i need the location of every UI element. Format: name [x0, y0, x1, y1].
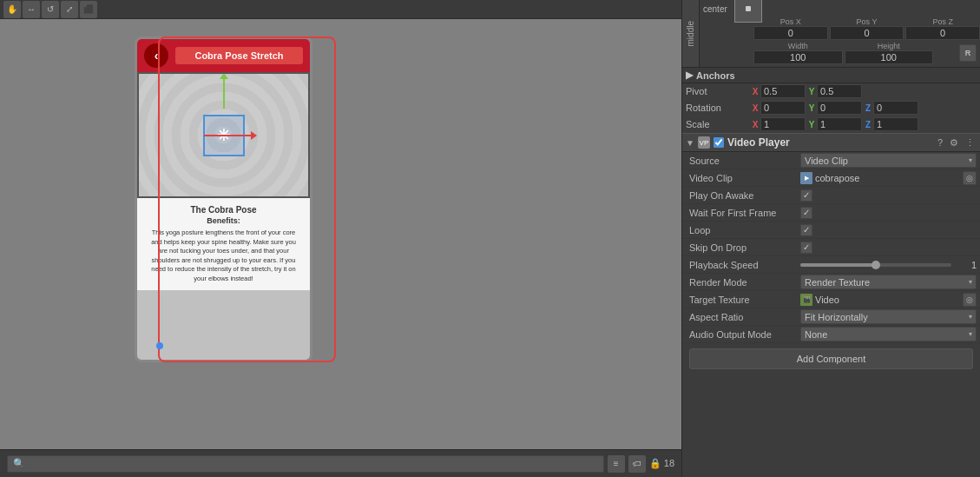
audiooutput-dropdown-arrow: ▾	[969, 330, 972, 338]
audiooutput-dropdown[interactable]: None ▾	[800, 327, 977, 341]
aspectratio-dropdown-arrow: ▾	[969, 313, 972, 321]
pivot-x-label: X	[751, 87, 760, 96]
pivot-x-input[interactable]: 0.5	[760, 84, 806, 98]
rot-z-label: Z	[864, 103, 872, 113]
middle-tab-label: middle	[686, 21, 695, 46]
pivot-row: Pivot X 0.5 Y 0.5	[682, 83, 980, 99]
scene-search[interactable]: 🔍	[7, 455, 604, 473]
audiooutput-dropdown-value: None	[805, 329, 827, 340]
waitforfirst-value: ✓	[800, 207, 977, 219]
anchor-box[interactable]	[734, 0, 762, 23]
waitforfirst-checkbox[interactable]: ✓	[800, 207, 812, 219]
rotation-label: Rotation	[686, 103, 751, 113]
tag-icon[interactable]: 🏷	[628, 455, 646, 473]
rot-z-input[interactable]: 0	[873, 101, 918, 115]
component-toggle-triangle[interactable]: ▼	[686, 138, 694, 148]
right-arrow-gizmo	[204, 135, 252, 136]
pivot-label: Pivot	[686, 86, 751, 96]
width-cell: Width 100	[753, 42, 843, 64]
height-input[interactable]: 100	[845, 50, 934, 64]
pivot-y-input[interactable]: 0.5	[817, 84, 862, 98]
videoclip-label: Video Clip	[689, 173, 800, 183]
anchors-section-header: ▶ Anchors	[682, 68, 980, 83]
pivot-y-label: Y	[807, 87, 816, 96]
playbackspeed-thumb[interactable]	[871, 261, 880, 269]
targettexture-row: Target Texture 🎬 Video ◎	[682, 291, 980, 308]
source-dropdown-arrow: ▾	[969, 156, 972, 164]
targettexture-label: Target Texture	[689, 295, 800, 305]
loop-label: Loop	[689, 225, 800, 235]
source-value: Video Clip ▾	[800, 153, 977, 168]
clip-icon: ▶	[800, 172, 812, 184]
targettexture-select-button[interactable]: ◎	[963, 293, 977, 307]
playbackspeed-slider-container: 1	[800, 260, 977, 270]
scene-tool-1[interactable]: ✋	[3, 1, 21, 18]
add-component-label: Add Component	[797, 354, 866, 364]
width-label: Width	[753, 42, 843, 50]
videoclip-value: ▶ cobrapose ◎	[800, 171, 977, 185]
source-label: Source	[689, 156, 800, 166]
playonawake-label: Play On Awake	[689, 190, 800, 201]
posy-input[interactable]: 0	[830, 26, 904, 40]
video-player-header: ▼ VP Video Player ? ⚙ ⋮	[682, 133, 980, 152]
width-input[interactable]: 100	[753, 50, 843, 64]
component-actions: ? ⚙ ⋮	[936, 137, 977, 149]
loop-checkbox[interactable]: ✓	[800, 224, 812, 236]
rendermode-dropdown-arrow: ▾	[969, 278, 972, 286]
rot-z-group: Z 0	[864, 101, 918, 115]
playonawake-checkbox[interactable]: ✓	[800, 189, 812, 202]
height-label: Height	[845, 42, 934, 50]
video-player-icon: VP	[698, 136, 710, 149]
skipondrop-checkbox[interactable]: ✓	[800, 242, 812, 254]
back-button[interactable]: ‹	[144, 43, 168, 68]
layers-icon[interactable]: ≡	[608, 455, 625, 473]
audiooutput-row: Audio Output Mode None ▾	[682, 326, 980, 343]
anchors-label: Anchors	[696, 70, 735, 81]
scale-y-input[interactable]: 1	[817, 117, 862, 131]
phone-frame: ‹ Cobra Pose Stretch ✳ The Cobra Pose Be…	[135, 36, 312, 362]
component-help-button[interactable]: ?	[936, 137, 944, 148]
r-button[interactable]: R	[959, 44, 977, 62]
scene-tool-5[interactable]: ⬛	[80, 1, 97, 18]
component-more-button[interactable]: ⋮	[964, 137, 977, 149]
r-button-container: R	[935, 49, 954, 58]
playbackspeed-track[interactable]	[800, 263, 951, 267]
center-label: center	[703, 4, 727, 14]
playbackspeed-row: Playback Speed 1	[682, 256, 980, 274]
rot-x-input[interactable]: 0	[760, 101, 806, 115]
scale-y-label: Y	[807, 120, 816, 129]
scene-tool-4[interactable]: ⤢	[61, 1, 78, 18]
skipondrop-value: ✓	[800, 242, 977, 254]
playbackspeed-number: 1	[955, 260, 977, 270]
clip-select-button[interactable]: ◎	[963, 171, 977, 185]
waitforfirst-label: Wait For First Frame	[689, 208, 800, 218]
scale-y-group: Y 1	[807, 117, 862, 131]
aspectratio-value: Fit Horizontally ▾	[800, 309, 977, 324]
posx-input[interactable]: 0	[753, 26, 828, 40]
rotation-row: Rotation X 0 Y 0 Z 0	[682, 100, 980, 116]
posz-cell: Pos Z 0	[905, 17, 980, 40]
source-dropdown-value: Video Clip	[805, 156, 848, 166]
component-settings-button[interactable]: ⚙	[948, 137, 960, 149]
move-gizmo[interactable]: ✳	[203, 115, 245, 156]
scale-x-input[interactable]: 1	[760, 117, 806, 131]
rot-y-input[interactable]: 0	[817, 101, 862, 115]
scene-tool-2[interactable]: ↔	[23, 1, 40, 18]
scale-x-group: X 1	[751, 117, 806, 131]
playonawake-row: Play On Awake ✓	[682, 187, 980, 204]
source-dropdown[interactable]: Video Clip ▾	[800, 153, 977, 168]
component-enabled-checkbox[interactable]	[714, 137, 724, 148]
inspector-main: center Pos X 0 Pos Y 0 Pos Z	[700, 0, 980, 67]
pivot-fields: X 0.5 Y 0.5	[751, 84, 977, 98]
aspectratio-dropdown-value: Fit Horizontally	[805, 312, 868, 322]
posz-input[interactable]: 0	[905, 26, 980, 40]
aspectratio-dropdown[interactable]: Fit Horizontally ▾	[800, 309, 977, 324]
rot-y-label: Y	[807, 103, 816, 113]
rotation-fields: X 0 Y 0 Z 0	[751, 101, 977, 115]
scale-z-input[interactable]: 1	[873, 117, 918, 131]
add-component-button[interactable]: Add Component	[689, 348, 973, 369]
aspectratio-row: Aspect Ratio Fit Horizontally ▾	[682, 308, 980, 326]
rendermode-dropdown[interactable]: Render Texture ▾	[800, 275, 977, 289]
scene-tool-3[interactable]: ↺	[42, 1, 59, 18]
middle-tab[interactable]: middle	[682, 0, 700, 67]
